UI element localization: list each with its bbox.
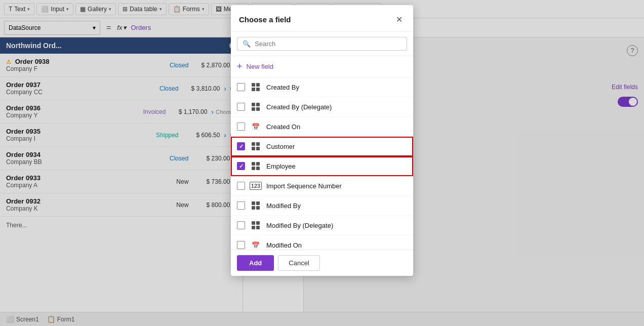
field-type-icon-customer [250,141,261,152]
field-checkbox-created-by-delegate[interactable] [237,103,245,111]
grid-icon [252,201,260,210]
calendar-icon: 📅 [252,241,260,249]
add-button[interactable]: Add [237,255,274,271]
field-name-created-by: Created By [266,84,407,91]
field-name-import-sequence-number: Import Sequence Number [266,182,407,190]
grid-icon [252,162,260,170]
dialog-search-area: 🔍 [231,32,413,56]
field-name-customer: Customer [266,143,407,150]
search-input[interactable] [255,40,401,48]
new-field-plus-icon: + [237,61,243,72]
grid-icon [252,83,260,91]
number-icon: 123 [250,182,262,190]
field-name-modified-by-delegate: Modified By (Delegate) [266,222,407,229]
field-type-icon-import-sequence-number: 123 [250,180,261,191]
field-name-created-on: Created On [266,123,407,131]
field-type-icon-created-on: 📅 [250,121,261,132]
field-type-icon-employee [250,160,261,172]
cancel-button[interactable]: Cancel [278,255,319,271]
search-icon: 🔍 [243,40,251,48]
field-item-modified-by[interactable]: Modified By [231,196,413,216]
dialog-header: Choose a field ✕ [231,5,413,32]
calendar-icon: 📅 [252,123,260,131]
field-type-icon-created-by-delegate [250,101,261,112]
field-type-icon-modified-by [250,200,261,211]
field-checkbox-import-sequence-number[interactable] [237,182,245,190]
field-checkbox-modified-by[interactable] [237,201,245,210]
field-checkbox-modified-on[interactable] [237,241,245,249]
modal-overlay: Choose a field ✕ 🔍 + New field [0,0,644,326]
search-wrapper: 🔍 [237,37,407,51]
field-item-created-by-delegate[interactable]: Created By (Delegate) [231,97,413,117]
field-name-modified-by: Modified By [266,202,407,210]
field-checkbox-modified-by-delegate[interactable] [237,221,245,229]
new-field-label: New field [247,63,273,70]
field-item-customer[interactable]: Customer [231,137,413,156]
new-field-button[interactable]: + New field [231,56,413,77]
dialog-close-button[interactable]: ✕ [393,13,405,25]
field-item-employee[interactable]: Employee [231,156,413,176]
dialog-fields-list: Created By Created By (Delegate) 📅 Creat [231,77,413,250]
field-item-modified-by-delegate[interactable]: Modified By (Delegate) [231,216,413,235]
dialog-footer: Add Cancel [231,250,413,276]
field-checkbox-created-by[interactable] [237,83,245,91]
dialog-title: Choose a field [239,15,291,24]
field-name-employee: Employee [266,162,407,170]
field-checkbox-created-on[interactable] [237,123,245,131]
field-type-icon-modified-on: 📅 [250,239,261,250]
field-item-created-by[interactable]: Created By [231,77,413,97]
field-item-modified-on[interactable]: 📅 Modified On [231,235,413,250]
field-checkbox-employee[interactable] [237,162,245,170]
field-item-import-sequence-number[interactable]: 123 Import Sequence Number [231,176,413,196]
field-checkbox-customer[interactable] [237,142,245,150]
field-type-icon-created-by [250,82,261,93]
grid-icon [252,103,260,111]
field-type-icon-modified-by-delegate [250,220,261,231]
grid-icon [252,221,260,229]
field-name-created-by-delegate: Created By (Delegate) [266,103,407,111]
field-item-created-on[interactable]: 📅 Created On [231,117,413,137]
grid-icon [252,142,260,150]
field-name-modified-on: Modified On [266,241,407,249]
choose-field-dialog: Choose a field ✕ 🔍 + New field [231,5,413,276]
